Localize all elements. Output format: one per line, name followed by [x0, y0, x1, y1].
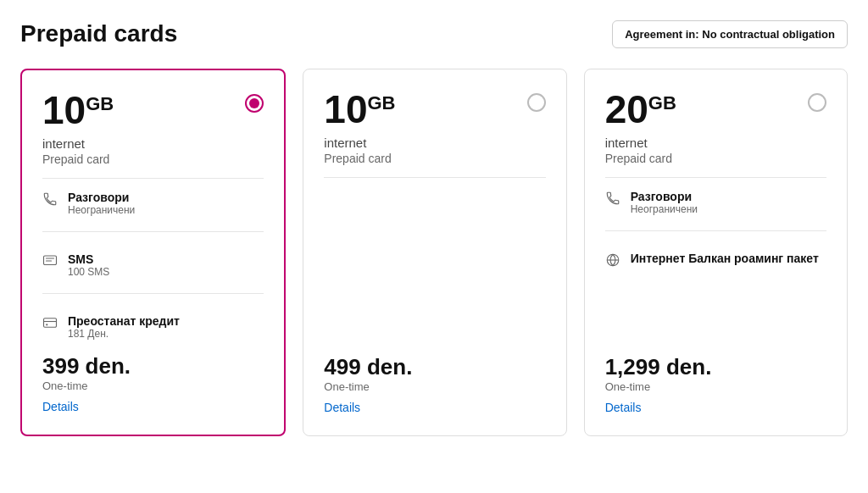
- card-3-type: internet: [605, 136, 826, 150]
- card-1-feature-3-desc: 181 Ден.: [68, 328, 180, 340]
- cards-container: 10GBinternetPrepaid cardРазговориНеогран…: [20, 69, 848, 436]
- card-1-details-link[interactable]: Details: [42, 400, 79, 413]
- card-2-details-link[interactable]: Details: [324, 401, 360, 414]
- card-1-feature-2: SMS100 SMS: [42, 252, 264, 278]
- card-1-type: internet: [42, 136, 264, 151]
- card-1-feature-2-text: SMS100 SMS: [68, 252, 109, 278]
- card-3-feature-1-desc: Неограничени: [631, 203, 698, 215]
- card-1[interactable]: 10GBinternetPrepaid cardРазговориНеогран…: [20, 69, 286, 436]
- card-2-type: internet: [324, 136, 545, 150]
- card-1-feature-3-name: Преостанат кредит: [68, 314, 180, 328]
- card-3-feature-1-name: Разговори: [631, 190, 698, 203]
- card-2-price-freq: One-time: [324, 380, 545, 393]
- card-3-feature-1: РазговориНеограничени: [605, 190, 826, 215]
- svg-rect-1: [44, 319, 57, 328]
- svg-point-2: [46, 324, 47, 325]
- card-3-gb: 20GB: [605, 90, 676, 129]
- agreement-badge: Agreement in: No contractual obligation: [612, 20, 848, 48]
- card-3-features: РазговориНеограничениИнтернет Балкан роа…: [605, 190, 826, 341]
- card-1-price-freq: One-time: [42, 379, 264, 392]
- card-3-feature-2-text: Интернет Балкан роаминг пакет: [631, 252, 819, 265]
- card-3[interactable]: 20GBinternetPrepaid cardРазговориНеогран…: [584, 69, 848, 436]
- card-2-radio[interactable]: [527, 93, 546, 112]
- card-1-feature-1: РазговориНеограничени: [42, 191, 264, 216]
- phone-icon: [605, 191, 622, 208]
- credit-icon: [42, 315, 59, 332]
- card-2-gb: 10GB: [324, 90, 395, 129]
- card-3-feature-2-name: Интернет Балкан роаминг пакет: [631, 252, 819, 265]
- card-1-feature-3: Преостанат кредит181 Ден.: [42, 314, 264, 340]
- card-1-feature-3-text: Преостанат кредит181 Ден.: [68, 314, 180, 340]
- card-3-radio[interactable]: [808, 93, 826, 112]
- svg-rect-0: [44, 256, 57, 265]
- agreement-label: Agreement in:: [625, 28, 698, 41]
- card-1-radio[interactable]: [245, 94, 264, 113]
- globe-icon: [605, 252, 622, 269]
- card-2-price: 499 den.: [324, 354, 545, 380]
- card-1-subtype: Prepaid card: [42, 152, 264, 179]
- card-1-price: 399 den.: [42, 353, 264, 379]
- card-1-feature-1-name: Разговори: [68, 191, 135, 204]
- agreement-value: No contractual obligation: [702, 28, 835, 41]
- page-title: Prepaid cards: [20, 20, 177, 47]
- card-2[interactable]: 10GBinternetPrepaid card499 den.One-time…: [303, 69, 566, 436]
- phone-icon: [42, 191, 59, 208]
- card-1-feature-2-desc: 100 SMS: [68, 266, 109, 278]
- card-1-feature-2-name: SMS: [68, 252, 109, 266]
- card-1-features: РазговориНеограничениSMS100 SMSПреостана…: [42, 191, 264, 340]
- card-3-details-link[interactable]: Details: [605, 401, 642, 414]
- sms-icon: [42, 253, 59, 270]
- card-2-subtype: Prepaid card: [324, 152, 545, 178]
- card-3-feature-2: Интернет Балкан роаминг пакет: [605, 252, 826, 269]
- card-3-feature-1-text: РазговориНеограничени: [631, 190, 698, 215]
- card-1-feature-1-desc: Неограничени: [68, 204, 135, 216]
- card-3-price-freq: One-time: [605, 380, 826, 393]
- card-1-gb: 10GB: [42, 91, 114, 130]
- card-3-price: 1,299 den.: [605, 354, 826, 380]
- card-1-feature-1-text: РазговориНеограничени: [68, 191, 135, 216]
- card-3-subtype: Prepaid card: [605, 152, 826, 178]
